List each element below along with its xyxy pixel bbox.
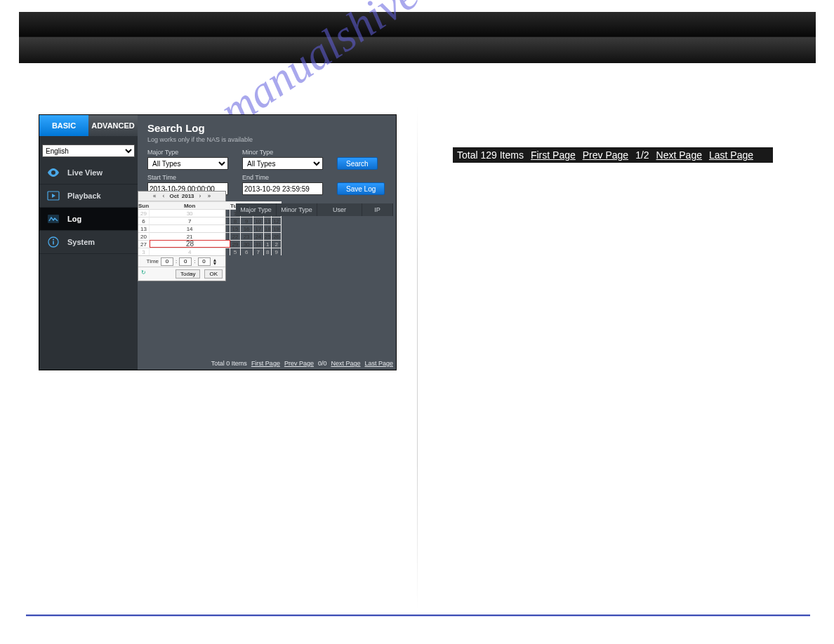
date-picker: « ‹ Oct 2013 › » SunMonTueWedThuFriSat29… xyxy=(138,191,226,281)
time-min[interactable] xyxy=(179,257,192,266)
app-window: BASIC ADVANCED English Live View Playbac… xyxy=(39,114,397,370)
cal-day[interactable]: 8 xyxy=(264,248,272,255)
time-sec[interactable] xyxy=(198,257,211,266)
cal-prev-month[interactable]: ‹ xyxy=(161,193,167,199)
cal-day[interactable]: 12 xyxy=(272,217,281,224)
cal-year: 2013 xyxy=(182,193,194,199)
cal-day[interactable]: 20 xyxy=(138,232,150,240)
cal-next-month[interactable]: › xyxy=(197,193,204,199)
cal-next-year[interactable]: » xyxy=(206,193,212,199)
total-items: Total 0 Items xyxy=(211,360,247,367)
time-hour[interactable] xyxy=(161,257,173,266)
cal-day[interactable]: 13 xyxy=(138,224,150,232)
end-time-label: End Time xyxy=(242,174,323,181)
next-page-link[interactable]: Next Page xyxy=(656,149,702,161)
cal-day[interactable]: 9 xyxy=(241,217,253,224)
cal-day[interactable]: 16 xyxy=(241,224,253,232)
language-select[interactable]: English xyxy=(42,145,135,157)
first-page-link[interactable]: First Page xyxy=(531,149,576,161)
cal-day[interactable]: 10 xyxy=(253,217,265,224)
tab-advanced[interactable]: ADVANCED xyxy=(88,115,138,136)
page-pos: 1/2 xyxy=(635,149,649,161)
page-horizontal-rule xyxy=(26,615,810,616)
ok-button[interactable]: OK xyxy=(204,269,223,279)
tab-basic[interactable]: BASIC xyxy=(39,115,88,136)
next-page-link[interactable]: Next Page xyxy=(331,360,360,367)
major-type-field: Major Type All Types xyxy=(147,149,228,170)
cal-dow: Sun xyxy=(138,201,150,209)
refresh-icon[interactable]: ↻ xyxy=(141,269,146,279)
content-pane: Search Log Log works only if the NAS is … xyxy=(138,115,396,370)
log-icon xyxy=(46,213,60,224)
svg-point-3 xyxy=(53,239,54,241)
save-log-button[interactable]: Save Log xyxy=(337,182,385,195)
page-pos: 0/0 xyxy=(318,360,327,367)
cal-day[interactable]: 11 xyxy=(264,217,272,224)
page-subtitle: Log works only if the NAS is available xyxy=(147,136,386,143)
today-button[interactable]: Today xyxy=(176,269,200,279)
cal-day[interactable]: 25 xyxy=(264,232,272,240)
sidebar-item-live-view[interactable]: Live View xyxy=(39,161,138,185)
cal-day[interactable]: 21 xyxy=(150,232,230,240)
major-type-select[interactable]: All Types xyxy=(147,157,228,170)
first-page-link[interactable]: First Page xyxy=(251,360,280,367)
cal-day[interactable]: 7 xyxy=(253,248,265,255)
end-time-input[interactable] xyxy=(242,182,323,195)
cal-day[interactable]: 22 xyxy=(230,232,241,240)
cal-day[interactable]: 26 xyxy=(272,232,281,240)
minor-type-select[interactable]: All Types xyxy=(242,157,323,170)
sidebar-item-log[interactable]: Log xyxy=(39,208,138,231)
cal-day[interactable]: 23 xyxy=(241,232,253,240)
time-spinner-icon[interactable]: ▲▼ xyxy=(213,258,218,265)
cal-day[interactable]: 19 xyxy=(272,224,281,232)
cal-day[interactable]: 30 xyxy=(150,209,230,217)
cal-day[interactable]: 5 xyxy=(230,248,241,255)
cal-day[interactable]: 29 xyxy=(230,240,241,248)
cal-day[interactable]: 1 xyxy=(264,240,272,248)
th-ip: IP xyxy=(362,203,393,216)
cal-day[interactable]: 3 xyxy=(138,248,150,255)
cal-day[interactable]: 9 xyxy=(272,248,281,255)
sidebar-item-playback[interactable]: Playback xyxy=(39,185,138,208)
cal-day[interactable]: 17 xyxy=(253,224,265,232)
sidebar-item-label: Log xyxy=(67,215,81,223)
cal-day[interactable]: 14 xyxy=(150,224,230,232)
cal-day[interactable]: 27 xyxy=(138,240,150,248)
column-divider xyxy=(417,105,418,610)
cal-day[interactable]: 6 xyxy=(138,217,150,224)
major-type-label: Major Type xyxy=(147,149,228,156)
cal-day[interactable]: 7 xyxy=(150,217,230,224)
cal-day[interactable]: 29 xyxy=(138,209,150,217)
search-button-wrap: Search xyxy=(337,149,378,170)
last-page-link[interactable]: Last Page xyxy=(364,360,393,367)
cal-day[interactable]: 8 xyxy=(230,217,241,224)
calendar-time-row: Time : : ▲▼ xyxy=(138,255,225,267)
cal-day[interactable]: 28 xyxy=(150,240,230,248)
cal-day[interactable]: 18 xyxy=(264,224,272,232)
th-minor: Minor Type xyxy=(277,203,317,216)
cal-day[interactable]: 31 xyxy=(253,240,265,248)
log-table-header: Major Type Minor Type User IP xyxy=(236,203,393,216)
sidebar-item-label: Live View xyxy=(67,168,102,177)
last-page-link[interactable]: Last Page xyxy=(709,149,753,161)
prev-page-link[interactable]: Prev Page xyxy=(284,360,314,367)
play-icon xyxy=(46,190,60,201)
cal-day[interactable]: 2 xyxy=(272,240,281,248)
minor-type-field: Minor Type All Types xyxy=(242,149,323,170)
top-tabs: BASIC ADVANCED xyxy=(39,115,138,136)
time-label: Time xyxy=(147,258,159,264)
prev-page-link[interactable]: Prev Page xyxy=(583,149,628,161)
pagination-footer: Total 0 Items First Page Prev Page 0/0 N… xyxy=(138,360,393,367)
cal-prev-year[interactable]: « xyxy=(152,193,158,199)
cal-day[interactable]: 24 xyxy=(253,232,265,240)
cal-day[interactable]: 4 xyxy=(150,248,230,255)
th-major: Major Type xyxy=(236,203,277,216)
cal-day[interactable]: 30 xyxy=(241,240,253,248)
cal-day[interactable]: 6 xyxy=(241,248,253,255)
sidebar-item-system[interactable]: System xyxy=(39,231,138,254)
search-button[interactable]: Search xyxy=(337,157,378,170)
cal-day[interactable]: 15 xyxy=(230,224,241,232)
pagination-bar-large: Total 129 Items First Page Prev Page 1/2… xyxy=(453,147,773,163)
th-user: User xyxy=(317,203,362,216)
save-button-wrap: Save Log xyxy=(337,174,385,195)
